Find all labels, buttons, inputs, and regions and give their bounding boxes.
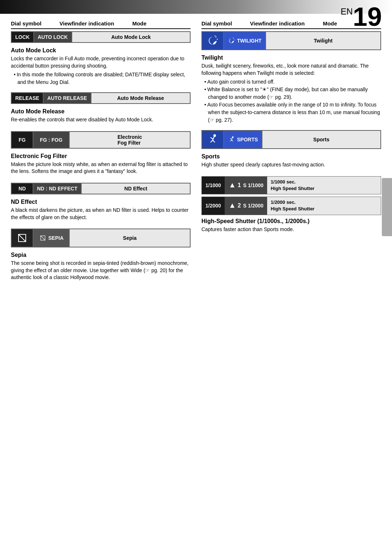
auto-mode-lock-body: Locks the camcorder in Full Auto mode, p…: [11, 55, 191, 69]
shutter-1000-row: 1/1000 1 S 1/1000 1/1000 sec. High Speed…: [201, 176, 381, 194]
left-column: LOCK AUTO LOCK Auto Mode Lock Auto Mode …: [11, 31, 191, 283]
sepia-row: SEPIA Sepia: [11, 229, 191, 247]
nd-viewfinder-cell: ND : ND EFFECT: [33, 183, 81, 194]
shutter-2000-right: 1/2000 sec. High Speed Shutter: [267, 197, 381, 214]
sepia-dial-icon: [16, 231, 29, 245]
col2-dial-label: Dial symbol: [201, 20, 250, 27]
right-column: TWILIGHT Twilight Twilight Dusk, twiligh…: [201, 31, 381, 283]
shutter-1000-right: 1/1000 sec. High Speed Shutter: [267, 177, 381, 194]
high-speed-shutter-body: Captures faster action than Sports mode.: [201, 226, 381, 233]
twilight-title: Twilight: [201, 55, 381, 61]
sports-mode-cell: Sports: [262, 130, 381, 149]
two-columns: LOCK AUTO LOCK Auto Mode Lock Auto Mode …: [11, 31, 381, 283]
twilight-viewfinder-cell: TWILIGHT: [224, 32, 266, 50]
column-headers: Dial symbol Viewfinder indication Mode D…: [11, 20, 381, 29]
twilight-bullet-0: Auto gain control is turned off.: [204, 78, 381, 86]
shutter-1000-mid: 1 S 1/1000: [225, 177, 267, 194]
main-content: Dial symbol Viewfinder indication Mode D…: [0, 14, 392, 294]
twilight-body: Dusk, twilight scenery, fireworks, etc.,…: [201, 62, 381, 77]
svg-marker-8: [234, 40, 235, 40]
sepia-viewfinder-cell: SEPIA: [33, 229, 69, 247]
twilight-dial-cell: [202, 32, 224, 50]
fog-filter-title: Electronic Fog Filter: [11, 153, 191, 160]
twilight-vf-icon: [228, 37, 236, 45]
nd-effect-title: ND Effect: [11, 199, 191, 205]
lock-mode-cell: Auto Mode Lock: [72, 32, 190, 43]
sports-viewfinder-cell: SPORTS: [224, 130, 262, 149]
sepia-mode-cell: Sepia: [69, 229, 190, 247]
col1-dial-label: Dial symbol: [11, 20, 60, 27]
svg-line-3: [41, 236, 45, 240]
shutter-2000-mid: 2 S 1/2000: [225, 197, 267, 214]
sports-dial-cell: [202, 130, 224, 149]
sepia-title: Sepia: [11, 252, 191, 258]
col2-viewfinder-label: Viewfinder indication: [250, 20, 323, 27]
svg-marker-7: [233, 38, 234, 39]
auto-mode-release-row: RELEASE AUTO RELEASE Auto Mode Release: [11, 92, 191, 104]
high-speed-shutter-title: High-Speed Shutter (1/1000s., 1/2000s.): [201, 218, 381, 225]
nd-mode-cell: ND Effect: [81, 183, 190, 194]
shutter-2000-row: 1/2000 2 S 1/2000 1/2000 sec. High Speed…: [201, 197, 381, 215]
auto-mode-lock-title: Auto Mode Lock: [11, 47, 191, 54]
release-mode-cell: Auto Mode Release: [91, 93, 190, 104]
shutter-icon-2000: [228, 202, 236, 210]
svg-marker-9: [233, 37, 233, 38]
col1-viewfinder-label: Viewfinder indication: [60, 20, 132, 27]
shutter-2000-left: 1/2000: [202, 197, 225, 214]
svg-marker-5: [217, 39, 218, 40]
fog-mode-cell: Electronic Fog Filter: [69, 132, 190, 148]
page-lang: EN: [341, 7, 353, 16]
lock-viewfinder-cell: AUTO LOCK: [34, 32, 72, 43]
svg-point-10: [213, 134, 216, 137]
sepia-dial-cell: [11, 229, 33, 247]
sepia-vf-icon: [39, 234, 47, 242]
nd-dial-cell: ND: [11, 183, 33, 194]
side-tab: [382, 178, 392, 236]
svg-marker-4: [215, 36, 217, 37]
auto-mode-release-body: Re-enables the controls that were disabl…: [11, 116, 191, 124]
fog-filter-body: Makes the picture look misty white, as w…: [11, 161, 191, 175]
fog-dial-cell: FG: [11, 132, 33, 148]
col1-mode-label: Mode: [132, 20, 191, 27]
auto-mode-lock-bullets: In this mode the following controls are …: [14, 71, 191, 86]
twilight-dial-icon: [206, 34, 219, 47]
release-viewfinder-cell: AUTO RELEASE: [43, 93, 91, 104]
sports-vf-icon: [228, 136, 236, 144]
twilight-bullet-1: White Balance is set to "☀" (FINE day mo…: [204, 86, 381, 101]
auto-mode-release-title: Auto Mode Release: [11, 108, 191, 115]
svg-line-1: [19, 234, 26, 242]
sports-title: Sports: [201, 153, 381, 160]
twilight-row: TWILIGHT Twilight: [201, 31, 381, 50]
nd-effect-body: A black mist darkens the picture, as whe…: [11, 207, 191, 221]
svg-point-11: [232, 136, 233, 138]
sports-row: SPORTS Sports: [201, 130, 381, 149]
fog-filter-row: FG FG : FOG Electronic Fog Filter: [11, 131, 191, 149]
twilight-mode-cell: Twilight: [266, 32, 381, 50]
col1-header: Dial symbol Viewfinder indication Mode: [11, 20, 191, 29]
page-number: EN19: [341, 4, 382, 30]
bullet-item: In this mode the following controls are …: [14, 71, 191, 86]
sports-body: High shutter speed clearly captures fast…: [201, 161, 381, 169]
release-dial-cell: RELEASE: [11, 93, 43, 104]
twilight-bullets: Auto gain control is turned off. White B…: [204, 78, 381, 124]
svg-marker-6: [215, 35, 216, 36]
shutter-1000-left: 1/1000: [202, 177, 225, 194]
twilight-bullet-2: Auto Focus becomes available only in the…: [204, 101, 381, 124]
sports-dial-icon: [206, 133, 219, 146]
nd-effect-row: ND ND : ND EFFECT ND Effect: [11, 183, 191, 194]
lock-dial-cell: LOCK: [11, 32, 34, 43]
auto-mode-lock-row: LOCK AUTO LOCK Auto Mode Lock: [11, 31, 191, 43]
top-gradient-bar: [0, 0, 392, 14]
shutter-icon-1000: [228, 181, 236, 189]
fog-viewfinder-cell: FG : FOG: [33, 132, 69, 148]
sepia-body: The scene being shot is recorded in sepi…: [11, 260, 191, 281]
